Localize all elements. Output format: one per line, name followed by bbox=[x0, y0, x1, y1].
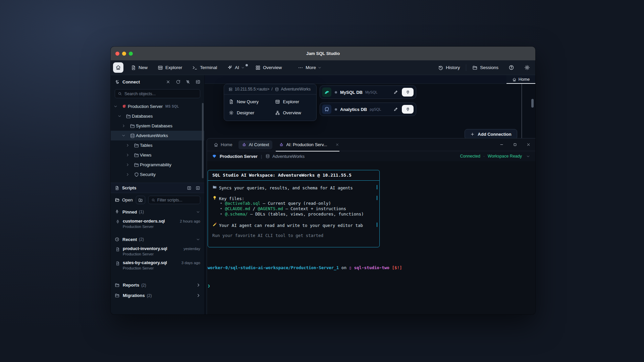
folder-count: (2) bbox=[147, 293, 152, 298]
file-plus-icon bbox=[131, 65, 136, 70]
scripts-icon bbox=[115, 186, 119, 190]
connect-button[interactable] bbox=[402, 88, 414, 97]
add-connection-label: Add Connection bbox=[478, 132, 511, 137]
edit-connection-button[interactable] bbox=[393, 90, 398, 95]
main-area: Home 10.211.55.5:<auto> / AdventureWorks… bbox=[205, 75, 535, 314]
unplug-button[interactable] bbox=[185, 79, 191, 84]
tree-item-programmability[interactable]: Programmability bbox=[111, 160, 204, 170]
terminal-output[interactable]: SQL Studio AI Workspace: AdventureWorks … bbox=[207, 161, 535, 314]
nav-item-more[interactable]: More bbox=[298, 65, 322, 70]
close-window-button[interactable] bbox=[115, 52, 119, 56]
filter-scripts-input[interactable] bbox=[157, 198, 197, 202]
prompt-caret: ❯ bbox=[208, 283, 210, 288]
context-action-explorer[interactable]: Explorer bbox=[270, 96, 317, 107]
tree-item-views[interactable]: Views bbox=[111, 150, 204, 160]
scripts-section-recent[interactable]: Recent(2) bbox=[111, 234, 204, 244]
terminal-text: @.schema/ bbox=[225, 212, 248, 217]
context-action-new-query[interactable]: New Query bbox=[224, 96, 270, 107]
script-timestamp: 2 hours ago bbox=[180, 219, 200, 223]
collapse-x-button[interactable] bbox=[166, 79, 171, 84]
nav-item-explorer[interactable]: Explorer bbox=[158, 65, 182, 70]
dock-top-icon bbox=[187, 186, 192, 190]
chevron-right-icon bbox=[125, 143, 130, 147]
history-icon bbox=[438, 65, 443, 70]
filter-scripts[interactable] bbox=[148, 196, 200, 204]
mssql-icon bbox=[120, 104, 125, 109]
object-search[interactable] bbox=[115, 89, 200, 98]
terminal-tab-ai-production-serv-[interactable]: AI: Production Serv... bbox=[276, 138, 339, 151]
scripts-header: Scripts bbox=[111, 183, 204, 193]
toolbar-separator bbox=[466, 64, 466, 71]
chevron-down-icon bbox=[121, 133, 126, 138]
close-panel-button[interactable] bbox=[526, 142, 531, 147]
home-button[interactable] bbox=[113, 62, 123, 73]
dock-bottom-icon bbox=[196, 186, 200, 190]
home-icon bbox=[512, 77, 517, 82]
zoom-window-button[interactable] bbox=[129, 52, 133, 56]
status-workspace-ready: Workspace Ready bbox=[488, 154, 522, 159]
nav-item-sessions[interactable]: Sessions bbox=[472, 65, 498, 70]
nav-item-history[interactable]: History bbox=[438, 65, 460, 70]
nav-item-label: Terminal bbox=[200, 65, 217, 70]
terminal-tab-label: AI: Production Serv... bbox=[286, 142, 327, 147]
main-scrollbar[interactable] bbox=[531, 99, 534, 108]
connect-button[interactable] bbox=[402, 105, 414, 114]
refresh-button[interactable] bbox=[176, 79, 181, 84]
folder-icon bbox=[132, 162, 137, 168]
tree-item-security[interactable]: Security bbox=[111, 170, 204, 179]
scripts-section-pinned[interactable]: Pinned(1) bbox=[111, 207, 204, 217]
terminal-tab-home[interactable]: Home bbox=[210, 138, 236, 151]
tab-home[interactable]: Home bbox=[506, 75, 535, 84]
tree-item-adventureworks[interactable]: AdventureWorks bbox=[111, 131, 204, 140]
minimize-panel-button[interactable] bbox=[499, 142, 504, 147]
pencil-icon bbox=[393, 107, 398, 112]
script-name: product-inventory.sql bbox=[123, 246, 167, 251]
terminal-tabbar: HomeAI ContextAI: Production Serv... bbox=[207, 138, 535, 151]
tree-item-databases[interactable]: Databases bbox=[111, 111, 204, 121]
tree-item-production-server[interactable]: Production ServerMS SQL bbox=[111, 102, 204, 111]
folder-icon bbox=[132, 153, 137, 158]
folder-reports[interactable]: Reports(2) bbox=[111, 280, 204, 290]
nav-item-ai[interactable]: AI bbox=[227, 65, 245, 70]
nav-item-overview[interactable]: Overview bbox=[255, 65, 282, 70]
tree-item-tables[interactable]: Tables bbox=[111, 140, 204, 150]
script-item-sales-by-category-sql[interactable]: sales-by-category.sql3 days agoProductio… bbox=[111, 258, 204, 273]
dock-top-button[interactable] bbox=[187, 186, 192, 190]
edit-connection-button[interactable] bbox=[393, 107, 398, 112]
maximize-panel-button[interactable] bbox=[513, 142, 517, 147]
sparkles-icon bbox=[227, 65, 232, 70]
terminal-line: Syncs your queries, results, and schema … bbox=[212, 185, 375, 190]
folder-open-icon bbox=[115, 197, 120, 202]
search-input[interactable] bbox=[124, 92, 197, 96]
nav-item-new[interactable]: New bbox=[131, 65, 148, 70]
settings-button[interactable] bbox=[524, 65, 530, 70]
diamond-icon bbox=[212, 154, 217, 159]
terminal-line bbox=[212, 190, 375, 195]
chevron-right-icon bbox=[125, 172, 130, 177]
script-item-customer-orders-sql[interactable]: customer-orders.sql2 hours agoProduction… bbox=[111, 217, 204, 231]
minimize-window-button[interactable] bbox=[122, 52, 126, 56]
tree-item-system-databases[interactable]: System Databases bbox=[111, 121, 204, 131]
dock-bottom-button[interactable] bbox=[196, 186, 200, 190]
chevron-down-icon bbox=[196, 210, 200, 214]
context-action-overview[interactable]: Overview bbox=[270, 107, 317, 118]
connection-list: MySQL DBMySQLAnalytics DBpgSQL bbox=[320, 85, 416, 116]
context-action-designer[interactable]: Designer bbox=[224, 107, 270, 118]
close-icon[interactable] bbox=[332, 143, 336, 146]
connection-card-mysql-db: MySQL DBMySQL bbox=[320, 85, 416, 99]
navbar: NewExplorerTerminalAIOverviewMore Histor… bbox=[111, 60, 535, 75]
postgres-icon bbox=[324, 106, 330, 113]
help-button[interactable] bbox=[508, 65, 514, 70]
open-script-button[interactable]: Open bbox=[115, 197, 133, 202]
panel-button[interactable] bbox=[196, 79, 201, 84]
panel-icon bbox=[196, 79, 201, 84]
folder-migrations[interactable]: Migrations(2) bbox=[111, 290, 204, 301]
folder-icon bbox=[128, 123, 133, 129]
terminal-tab-ai-context[interactable]: AI Context bbox=[238, 140, 273, 149]
new-script-button[interactable] bbox=[136, 196, 145, 204]
context-action-label: Overview bbox=[283, 110, 301, 115]
nav-item-terminal[interactable]: Terminal bbox=[192, 65, 217, 70]
help-icon bbox=[508, 65, 514, 70]
script-item-product-inventory-sql[interactable]: product-inventory.sqlyesterdayProduction… bbox=[111, 244, 204, 258]
sidebar-scrollbar[interactable] bbox=[202, 103, 204, 178]
